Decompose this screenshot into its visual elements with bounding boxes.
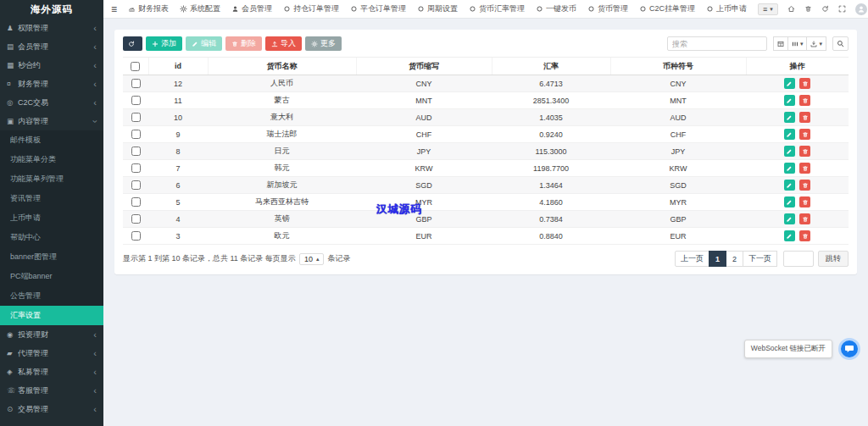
sidebar-item[interactable]: PC端banner — [0, 267, 103, 286]
page-size-dropdown[interactable]: 10 ▴ — [299, 253, 325, 265]
row-checkbox[interactable] — [131, 214, 141, 224]
view-button[interactable] — [773, 36, 788, 51]
table-row[interactable]: 5 马来西亚林吉特 MYR 4.1860 MYR — [123, 194, 849, 211]
row-checkbox[interactable] — [131, 197, 141, 207]
edit-row-button[interactable] — [784, 78, 795, 89]
delete-row-button[interactable] — [799, 180, 810, 191]
delete-row-button[interactable] — [799, 213, 810, 224]
sidebar-item[interactable]: 功能菜单列管理 — [0, 169, 103, 189]
home-icon[interactable] — [787, 5, 795, 13]
topnav-item[interactable]: 系统配置 — [180, 3, 220, 14]
avatar[interactable] — [855, 3, 867, 15]
table-row[interactable]: 9 瑞士法郎 CHF 0.9240 CHF — [123, 126, 849, 143]
toolbar-button[interactable]: 更多 — [305, 36, 342, 51]
menu-dropdown-button[interactable]: ≡ ▾ — [758, 3, 778, 15]
edit-row-button[interactable] — [784, 146, 795, 157]
sidebar-item[interactable]: 帮助中心 — [0, 228, 103, 247]
sidebar-item[interactable]: ▣ 内容管理 ‹ — [0, 112, 103, 130]
delete-row-button[interactable] — [799, 146, 810, 157]
row-checkbox[interactable] — [131, 147, 141, 156]
sidebar-item[interactable]: ◉ 投资理财 ‹ — [0, 325, 103, 344]
row-checkbox[interactable] — [131, 180, 141, 190]
topnav-item[interactable]: 一键发币 — [536, 3, 576, 14]
sidebar-item[interactable]: 邮件模板 — [0, 130, 103, 150]
topnav-item[interactable]: 周期设置 — [417, 3, 458, 14]
delete-row-button[interactable] — [799, 196, 810, 207]
topnav-item[interactable]: 财务报表 — [128, 3, 169, 14]
row-checkbox[interactable] — [131, 79, 141, 88]
jump-button[interactable]: 跳转 — [818, 251, 849, 267]
delete-row-button[interactable] — [799, 95, 810, 106]
sidebar-item[interactable]: banner图管理 — [0, 247, 103, 267]
edit-row-button[interactable] — [784, 230, 795, 241]
table-row[interactable]: 4 英镑 GBP 0.7384 GBP — [123, 211, 849, 228]
toolbar-button[interactable]: 导入 — [265, 36, 302, 51]
sidebar-item[interactable]: 资讯管理 — [0, 189, 103, 208]
topnav-item[interactable]: 货币汇率管理 — [469, 3, 525, 14]
sidebar-item[interactable]: 功能菜单分类 — [0, 150, 103, 169]
sidebar-item[interactable]: 上币申请 — [0, 208, 103, 228]
delete-row-button[interactable] — [799, 230, 810, 241]
sidebar-item[interactable]: ▤ 会员管理 ‹ — [0, 37, 103, 56]
search-input[interactable] — [667, 36, 767, 51]
select-all-checkbox[interactable] — [131, 62, 140, 71]
table-header-row: id 货币名称 货币缩写 汇率 币种符号 操作 — [123, 58, 849, 75]
edit-row-button[interactable] — [784, 129, 795, 140]
edit-row-button[interactable] — [784, 95, 795, 106]
topnav-item[interactable]: C2C挂单管理 — [639, 3, 695, 14]
sidebar-item[interactable]: ☏ 客服管理 ‹ — [0, 381, 103, 400]
sidebar-item[interactable]: ⊙ 交易管理 ‹ — [0, 400, 103, 418]
table-row[interactable]: 3 欧元 EUR 0.8840 EUR — [123, 228, 849, 245]
jump-page-input[interactable] — [783, 251, 814, 267]
row-checkbox[interactable] — [131, 130, 141, 139]
edit-row-button[interactable] — [784, 213, 795, 224]
topnav-item[interactable]: 持仓订单管理 — [283, 3, 339, 14]
hamburger-icon[interactable]: ≡ — [111, 4, 117, 14]
delete-row-button[interactable] — [799, 112, 810, 123]
topnav-item[interactable]: 上币申请 — [706, 3, 747, 14]
fullscreen-icon[interactable] — [838, 5, 846, 13]
view-button[interactable]: ▾ — [806, 36, 826, 51]
topnav-item[interactable]: 平仓订单管理 — [350, 3, 406, 14]
sidebar-item[interactable]: ▦ 秒合约 ‹ — [0, 56, 103, 75]
refresh-icon[interactable] — [821, 5, 829, 13]
page-button[interactable]: 2 — [726, 251, 743, 267]
table-row[interactable]: 6 新加坡元 SGD 1.3464 SGD — [123, 177, 849, 194]
toolbar-button[interactable]: 编辑 — [186, 36, 222, 51]
chat-button[interactable] — [838, 338, 860, 360]
clear-cache-icon[interactable] — [804, 5, 812, 13]
row-checkbox[interactable] — [131, 163, 141, 173]
page-button[interactable]: 1 — [709, 251, 726, 267]
toolbar-button[interactable]: 添加 — [146, 36, 182, 51]
table-row[interactable]: 7 韩元 KRW 1198.7700 KRW — [123, 160, 849, 177]
search-button[interactable] — [832, 36, 849, 51]
edit-row-button[interactable] — [784, 163, 795, 174]
sidebar-item[interactable]: ▰ 代理管理 ‹ — [0, 344, 103, 362]
table-row[interactable]: 12 人民币 CNY 6.4713 CNY — [123, 75, 849, 92]
row-checkbox[interactable] — [131, 231, 141, 241]
sidebar-item[interactable]: ◈ 私募管理 ‹ — [0, 362, 103, 381]
topnav-item[interactable]: 会员管理 — [231, 3, 272, 14]
sidebar-item[interactable]: 汇率设置 — [0, 306, 103, 325]
sidebar-item[interactable]: ¤ 财务管理 ‹ — [0, 75, 103, 93]
view-button[interactable]: ▾ — [787, 36, 808, 51]
sidebar-item[interactable]: 公告管理 — [0, 286, 103, 306]
delete-row-button[interactable] — [799, 129, 810, 140]
page-button[interactable]: 上一页 — [675, 251, 709, 267]
row-checkbox[interactable] — [131, 96, 141, 105]
row-checkbox[interactable] — [131, 113, 141, 122]
delete-row-button[interactable] — [799, 163, 810, 174]
table-row[interactable]: 10 意大利 AUD 1.4035 AUD — [123, 109, 849, 126]
toolbar-button[interactable]: 删除 — [225, 36, 262, 51]
table-row[interactable]: 8 日元 JPY 115.3000 JPY — [123, 143, 849, 160]
sidebar-item[interactable]: ◎ C2C交易 ‹ — [0, 93, 103, 112]
table-row[interactable]: 11 蒙古 MNT 2851.3400 MNT — [123, 92, 849, 109]
delete-row-button[interactable] — [799, 78, 810, 89]
topnav-item[interactable]: 货币管理 — [587, 3, 628, 14]
page-button[interactable]: 下一页 — [743, 251, 777, 267]
edit-row-button[interactable] — [784, 112, 795, 123]
sidebar-item[interactable]: ♟ 权限管理 ‹ — [0, 19, 103, 37]
edit-row-button[interactable] — [784, 180, 795, 191]
toolbar-button[interactable] — [123, 36, 142, 51]
edit-row-button[interactable] — [784, 196, 795, 207]
